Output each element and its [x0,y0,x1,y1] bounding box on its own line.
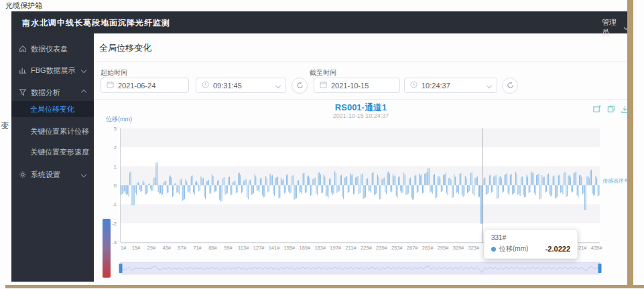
outer-caption: 光缆保护箱 [5,1,42,11]
tooltip-series-label: 位移(mm) [499,244,528,254]
svg-text:0: 0 [114,183,117,189]
svg-text:239#: 239# [376,245,388,251]
funnel-icon [19,88,27,96]
divider [94,61,628,62]
sidebar-item-label: 数据分析 [31,88,60,98]
svg-text:-3: -3 [112,239,117,246]
svg-text:3: 3 [114,126,117,132]
restore-icon[interactable] [606,105,615,114]
app-header: 南水北调中线长葛段地面沉降光纤监测 管理员 [11,11,628,33]
svg-text:141#: 141# [269,245,281,251]
svg-text:309#: 309# [453,245,465,251]
sidebar-item-label: FBG数据展示 [31,66,76,76]
svg-text:183#: 183# [314,245,326,251]
svg-text:253#: 253# [391,245,403,251]
datazoom-right-handle[interactable] [598,264,602,273]
svg-text:1: 1 [114,164,117,170]
tooltip-value: -2.0222 [545,245,570,253]
svg-text:99#: 99# [224,245,233,251]
page: 光缆保护箱 变 南水北调中线长葛段地面沉降光纤监测 管理员 数据仪表盘 FBG数… [0,0,644,289]
svg-text:15#: 15# [132,245,141,251]
svg-text:225#: 225# [361,245,373,251]
svg-text:85#: 85# [208,245,217,251]
start-time-value: 09:31:45 [213,82,242,90]
chevron-down-icon [487,82,492,88]
svg-text:71#: 71# [193,245,202,251]
stray-text: 变 [1,120,9,132]
chevron-up-icon [81,90,86,95]
chart-tooltip: 331# 位移(mm) -2.0222 [484,229,578,259]
svg-text:1#: 1# [121,245,127,251]
end-time-value: 10:24:37 [422,82,450,90]
calendar-icon [107,81,114,90]
chevron-down-icon [81,172,86,177]
svg-text:435#: 435# [591,245,603,251]
user-menu[interactable]: 管理员 [602,17,628,37]
svg-text:295#: 295# [438,245,450,251]
svg-text:169#: 169# [300,245,312,251]
end-date-value: 2021-10-15 [331,82,369,90]
start-date-input[interactable]: 2021-06-24 [101,78,189,93]
end-date-input[interactable]: 2021-10-15 [314,78,400,93]
datazoom-left-handle[interactable] [119,264,123,273]
svg-text:211#: 211# [346,245,357,251]
sidebar-item-label: 数据仪表盘 [31,44,68,54]
refresh-icon [507,80,514,92]
divider [94,99,628,100]
svg-text:-1: -1 [112,201,117,207]
sidebar-item-fbg-data[interactable]: FBG数据展示 [11,63,94,78]
plot-split-area [121,128,600,242]
sidebar-item-system-settings[interactable]: 系统设置 [11,167,94,182]
start-clock-input[interactable]: 09:31:45 [196,78,286,93]
frame-border-bottom [5,285,644,288]
frame-border-right [627,0,633,288]
svg-text:2: 2 [114,144,117,151]
calendar-icon [320,81,327,90]
svg-text:155#: 155# [284,245,296,251]
x-axis-name: 传感器序号 [602,178,629,184]
svg-text:127#: 127# [253,245,265,251]
visualmap-gradient[interactable] [103,219,111,278]
page-title: 全局位移变化 [99,42,151,54]
end-time-label: 截至时间 [310,68,336,78]
displacement-bars [121,163,599,224]
y-axis-labels: 3210-1-2-3 [112,126,117,246]
svg-text:57#: 57# [178,245,186,251]
sidebar-item-data-analysis[interactable]: 数据分析 [11,85,94,100]
svg-text:267#: 267# [407,245,419,251]
home-icon [19,45,27,53]
user-menu-label: 管理员 [602,17,621,37]
svg-text:-2: -2 [112,221,117,227]
svg-text:43#: 43# [162,245,171,251]
sidebar-subitem-global-displacement[interactable]: 全局位移变化 [11,101,94,117]
sidebar-subitem-label: 关键位置变形速度 [30,147,89,157]
svg-text:281#: 281# [422,245,434,251]
refresh-icon [296,80,304,92]
chart-toolbox [592,105,629,114]
end-clock-input[interactable]: 10:24:37 [404,78,497,93]
sidebar-item-label: 系统设置 [31,170,60,180]
chart-subtitle: 2021-10-15 10:24:37 [94,112,628,119]
tooltip-category: 331# [491,234,570,242]
svg-text:29#: 29# [147,245,156,251]
sidebar-subitem-key-position-speed[interactable]: 关键位置变形速度 [11,144,94,159]
series-marker-dot [491,247,496,252]
sidebar-subitem-key-position-cumulative[interactable]: 关键位置累计位移 [11,124,94,138]
sidebar-subitem-label: 全局位移变化 [30,104,74,114]
svg-text:323#: 323# [468,245,480,251]
app-title: 南水北调中线长葛段地面沉降光纤监测 [22,17,170,29]
sidebar-item-dashboard[interactable]: 数据仪表盘 [11,41,94,56]
clock-icon [410,81,417,90]
sidebar-subitem-label: 关键位置累计位移 [30,126,89,136]
gear-icon [19,171,27,179]
start-refresh-button[interactable] [292,78,308,94]
end-refresh-button[interactable] [502,78,518,94]
chevron-down-icon [81,68,86,73]
svg-text:197#: 197# [330,245,342,251]
datazoom-slider[interactable] [119,262,602,274]
clock-icon [202,81,209,90]
start-time-label: 起始时间 [101,68,127,78]
sidebar: 数据仪表盘 FBG数据展示 数据分析 全局位移变化 关键位置累计位移 关键位置变… [11,33,94,282]
axes [121,128,600,243]
datazoom-icon[interactable] [592,105,601,114]
